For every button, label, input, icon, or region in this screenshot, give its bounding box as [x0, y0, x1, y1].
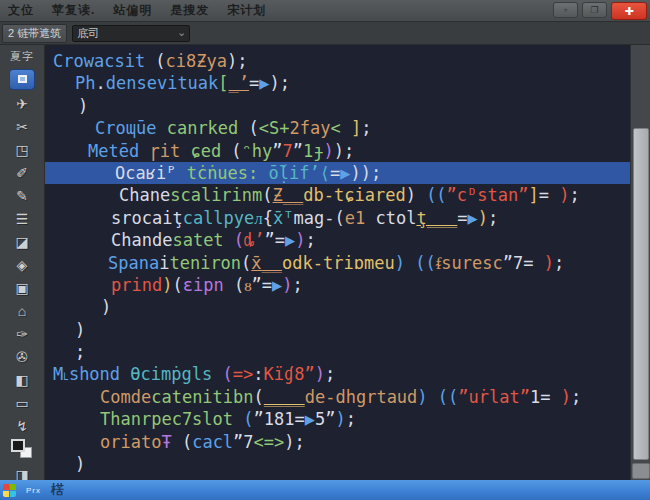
- tool-plane[interactable]: ✈: [0, 92, 45, 115]
- tool-pen[interactable]: ✐: [0, 161, 45, 184]
- menu-item[interactable]: 是搜发: [170, 2, 209, 19]
- code-token: srocaiţ: [111, 208, 183, 228]
- tool-knife[interactable]: ◧: [0, 368, 45, 391]
- code-token: de-dhgrtaud: [305, 387, 418, 407]
- code-line[interactable]: Spanaiteniron(x̄__odk-tṙiɒmeu) ((ᵮsuresc…: [45, 252, 630, 274]
- code-token: [212, 364, 222, 384]
- code-token: 1=: [530, 387, 561, 407]
- code-token: canrked: [167, 118, 239, 138]
- code-token: (: [172, 275, 182, 295]
- code-line[interactable]: Metēd ɼit ɕed (ᵔhy”7”1ɟ));: [45, 140, 630, 162]
- tool-plane-icon: ✈: [16, 97, 28, 111]
- tool-stamp[interactable]: ▣: [0, 276, 45, 299]
- code-token: ;: [293, 275, 303, 295]
- code-token: satet: [172, 230, 223, 250]
- tool-briefcase-icon: ⌂: [18, 304, 26, 318]
- code-token: ): [315, 364, 325, 384]
- code-token: ȡ’: [244, 230, 264, 250]
- tool-options-bar: 2 链带遮筑 底司 ⌄: [0, 22, 650, 45]
- minimize-button[interactable]: ▫: [553, 2, 578, 18]
- code-line[interactable]: Croɰūe canrked (<S+2fay< ];: [45, 117, 630, 139]
- code-token: ɼit: [149, 141, 180, 161]
- code-token: [405, 253, 415, 273]
- tool-lasso-icon: ✂: [16, 120, 28, 134]
- menu-bar: 文位苹复读.站偏明是搜发宋计划 ▫ ❐ ✚: [0, 0, 650, 22]
- restore-button[interactable]: ❐: [582, 2, 607, 18]
- preset-dropdown[interactable]: 底司 ⌄: [72, 25, 190, 42]
- code-token: teniron: [169, 253, 241, 273]
- code-line[interactable]: ): [45, 296, 630, 318]
- code-token: db-tɕiared: [303, 185, 405, 205]
- foreground-color-swatch[interactable]: [11, 439, 25, 452]
- vertical-scrollbar[interactable]: [630, 45, 650, 480]
- code-line[interactable]: oriatoŦ (cacl”7<=>);: [45, 431, 630, 453]
- code-token: ): [162, 275, 172, 295]
- code-token: x̄__: [251, 253, 282, 273]
- tool-list: ✈✂◳✐✎☰◪◈▣⌂✑✇◧▭↯◨▤: [0, 66, 45, 500]
- code-token: x̄ᵀ: [273, 208, 293, 228]
- tool-key[interactable]: ✇: [0, 345, 45, 368]
- code-line[interactable]: Ph.densevituak[_’=▶);: [45, 72, 630, 94]
- menu-item[interactable]: 站偏明: [113, 2, 152, 19]
- code-token: tċṅues:: [187, 163, 259, 183]
- tool-lasso[interactable]: ✂: [0, 115, 45, 138]
- tool-lines[interactable]: ☰: [0, 207, 45, 230]
- tool-briefcase[interactable]: ⌂: [0, 299, 45, 322]
- tool-shape[interactable]: ◪: [0, 230, 45, 253]
- tool-palette-header: 夏字: [10, 49, 34, 64]
- code-line[interactable]: Comdecatenitibn(____de-dhgrtaud) ((”uṙla…: [45, 386, 630, 408]
- code-token: prind: [111, 275, 162, 295]
- code-token: Chande: [111, 230, 172, 250]
- code-line[interactable]: prind)(ɛipn (ᴕ”=▶);: [45, 274, 630, 296]
- code-area[interactable]: Crowacsit (ci8Ƶya);Ph.densevituak[_’=▶);…: [45, 45, 630, 480]
- preset-dropdown-value: 底司: [77, 27, 99, 39]
- tool-eyedropper[interactable]: ✎: [0, 184, 45, 207]
- code-line[interactable]: Chanescalirinm(Ƶ__db-tɕiared) ((”cᴰstan”…: [45, 184, 630, 206]
- tool-pen-icon: ✐: [16, 166, 28, 180]
- code-token: Chane: [119, 185, 170, 205]
- code-token: ▶: [285, 230, 295, 250]
- scrollbar-thumb[interactable]: [633, 128, 649, 460]
- code-line[interactable]: ): [45, 95, 630, 117]
- code-token: :: [253, 364, 263, 384]
- code-token: );: [270, 73, 290, 93]
- scrollbar-down-button[interactable]: [632, 463, 650, 479]
- code-token: oriato: [100, 432, 161, 452]
- code-line[interactable]: Thanrpec7slot (”181=▶5”);: [45, 408, 630, 430]
- color-swatches[interactable]: [0, 437, 45, 463]
- code-token: ;: [325, 364, 335, 384]
- start-button-icon[interactable]: [3, 484, 16, 497]
- code-line[interactable]: M˪shond Ɵcimṗgls (=>:Kïɠ8”);: [45, 363, 630, 385]
- active-tool-label[interactable]: 2 链带遮筑: [2, 24, 67, 43]
- menu-item[interactable]: 文位: [8, 2, 34, 19]
- taskbar-item-label[interactable]: 楛: [51, 481, 64, 499]
- code-token: (: [241, 253, 251, 273]
- code-line[interactable]: Chandesatet (ȡ’”=▶);: [45, 229, 630, 251]
- code-line-selected[interactable]: Ocaʁiᴾ tċṅues: ṓḷif’⟨=▶));: [45, 162, 630, 184]
- tool-pin[interactable]: ✑: [0, 322, 45, 345]
- tool-crop-icon: ◳: [15, 143, 28, 157]
- tool-diamond[interactable]: ◈: [0, 253, 45, 276]
- tool-crop[interactable]: ◳: [0, 138, 45, 161]
- code-line[interactable]: ;: [45, 341, 630, 363]
- code-token: ctol: [365, 208, 416, 228]
- code-token: ᵮsuresc: [436, 253, 503, 273]
- code-line[interactable]: ): [45, 453, 630, 475]
- code-token: ᴕ: [244, 275, 251, 295]
- code-token: ____: [264, 387, 305, 407]
- tool-folder[interactable]: ▭: [0, 391, 45, 414]
- code-token: Spana: [108, 253, 159, 273]
- menu-item[interactable]: 苹复读.: [52, 2, 95, 19]
- menu-item[interactable]: 宋计划: [227, 2, 266, 19]
- code-token: ;: [306, 230, 316, 250]
- code-line[interactable]: ): [45, 319, 630, 341]
- code-line[interactable]: Crowacsit (ci8Ƶya);: [45, 50, 630, 72]
- code-token: ”cᴰstan”: [447, 185, 529, 205]
- tool-curve[interactable]: ↯: [0, 414, 45, 437]
- tool-move[interactable]: [0, 66, 45, 92]
- os-taskbar: Prx 楛: [0, 480, 650, 500]
- code-token: ”=: [265, 230, 285, 250]
- close-button[interactable]: ✚: [611, 2, 647, 20]
- code-token: (: [243, 409, 253, 429]
- code-line[interactable]: srocaiţcallpyeᴫ{x̄ᵀmag-(e1 ctolţ___=▶);: [45, 207, 630, 229]
